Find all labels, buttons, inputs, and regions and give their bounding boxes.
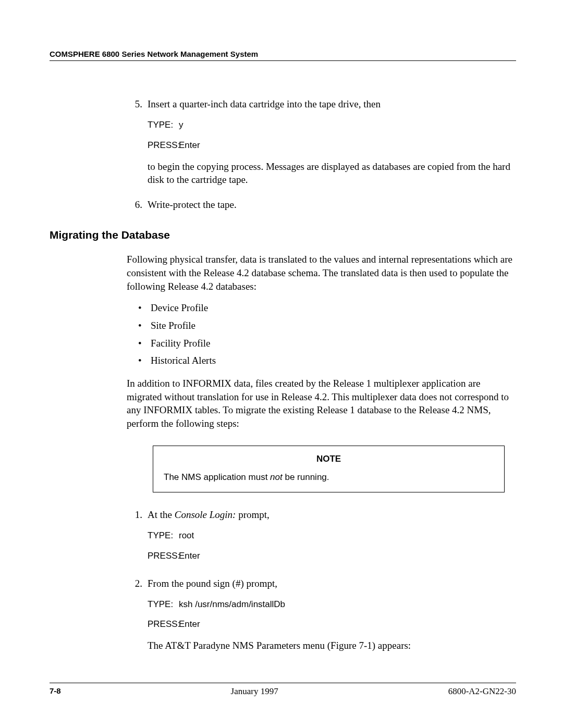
bullet-icon: • — [138, 301, 151, 315]
bullet-icon: • — [138, 319, 151, 332]
press-label: PRESS: — [148, 619, 179, 631]
type-row: TYPE: ksh /usr/nms/adm/installDb — [148, 599, 516, 611]
step-number: 5. — [127, 97, 148, 187]
step-lead: Insert a quarter-inch data cartridge int… — [148, 97, 516, 111]
footer-date: January 1997 — [231, 686, 278, 697]
step-number: 1. — [127, 508, 148, 565]
note-em: not — [270, 472, 283, 482]
press-row: PRESS: Enter — [148, 619, 516, 631]
bullet-icon: • — [138, 337, 151, 350]
note-heading: NOTE — [164, 453, 494, 465]
page-header: COMSPHERE 6800 Series Network Management… — [50, 50, 516, 61]
step-content: Write-protect the tape. — [148, 198, 516, 212]
type-value: ksh /usr/nms/adm/installDb — [179, 599, 285, 611]
step-lead: At the Console Login: prompt, — [148, 508, 516, 522]
step-number: 2. — [127, 577, 148, 652]
type-label: TYPE: — [148, 530, 179, 542]
migr-intro: Following physical transfer, data is tra… — [127, 253, 516, 293]
press-row: PRESS: Enter — [148, 550, 516, 562]
page-body: 5. Insert a quarter-inch data cartridge … — [127, 97, 516, 211]
press-label: PRESS: — [148, 550, 179, 562]
press-label: PRESS: — [148, 140, 179, 152]
document-page: COMSPHERE 6800 Series Network Management… — [0, 0, 563, 728]
list-item: • Device Profile — [138, 301, 516, 315]
migr-bullet-list: • Device Profile • Site Profile • Facili… — [127, 301, 516, 367]
step-tail: to begin the copying process. Messages a… — [148, 160, 516, 187]
footer-line: 7-8 January 1997 6800-A2-GN22-30 — [50, 683, 516, 697]
header-title: COMSPHERE 6800 Series Network Management… — [50, 50, 516, 58]
type-row: TYPE: y — [148, 119, 516, 131]
lead-post: prompt, — [236, 509, 269, 520]
bullet-icon: • — [138, 354, 151, 367]
migr-step-1: 1. At the Console Login: prompt, TYPE: r… — [127, 508, 516, 565]
note-post: be running. — [283, 472, 329, 482]
step-6: 6. Write-protect the tape. — [127, 198, 516, 212]
press-value: Enter — [179, 140, 200, 152]
list-item: • Historical Alerts — [138, 354, 516, 367]
press-value: Enter — [179, 550, 200, 562]
press-row: PRESS: Enter — [148, 140, 516, 152]
step-lead: From the pound sign (#) prompt, — [148, 577, 516, 590]
bullet-text: Device Profile — [151, 301, 208, 315]
list-item: • Site Profile — [138, 319, 516, 332]
lead-pre: At the — [148, 509, 175, 520]
page-footer: 7-8 January 1997 6800-A2-GN22-30 — [50, 683, 516, 697]
step-content: At the Console Login: prompt, TYPE: root… — [148, 508, 516, 565]
step-5: 5. Insert a quarter-inch data cartridge … — [127, 97, 516, 187]
type-value: root — [179, 530, 194, 542]
footer-page-number: 7-8 — [50, 686, 61, 697]
section-body: Following physical transfer, data is tra… — [127, 253, 516, 652]
bullet-text: Facility Profile — [151, 337, 211, 350]
lead-em: Console Login: — [175, 509, 236, 520]
list-item: • Facility Profile — [138, 337, 516, 350]
type-label: TYPE: — [148, 119, 179, 131]
step-lead: Write-protect the tape. — [148, 198, 516, 212]
type-row: TYPE: root — [148, 530, 516, 542]
section-heading-migrating: Migrating the Database — [50, 229, 516, 241]
migr-para2: In addition to INFORMIX data, files crea… — [127, 377, 516, 430]
footer-doc-id: 6800-A2-GN22-30 — [448, 686, 516, 697]
bullet-text: Historical Alerts — [151, 354, 216, 367]
migr-step-2: 2. From the pound sign (#) prompt, TYPE:… — [127, 577, 516, 652]
step-number: 6. — [127, 198, 148, 212]
type-value: y — [179, 119, 183, 131]
note-pre: The NMS application must — [164, 472, 270, 482]
press-value: Enter — [179, 619, 200, 631]
note-text: The NMS application must not be running. — [164, 472, 494, 484]
step-content: Insert a quarter-inch data cartridge int… — [148, 97, 516, 187]
step-tail: The AT&T Paradyne NMS Parameters menu (F… — [148, 639, 516, 652]
type-label: TYPE: — [148, 599, 179, 611]
step-content: From the pound sign (#) prompt, TYPE: ks… — [148, 577, 516, 652]
bullet-text: Site Profile — [151, 319, 195, 332]
note-box: NOTE The NMS application must not be run… — [153, 446, 505, 492]
